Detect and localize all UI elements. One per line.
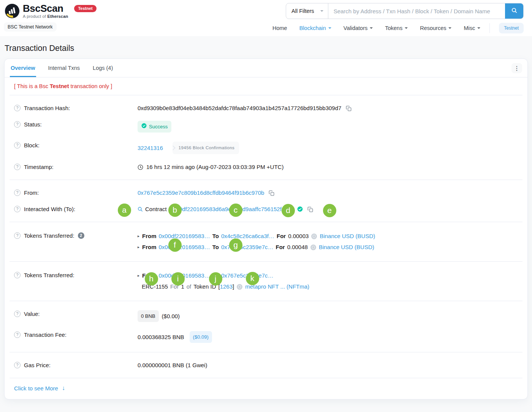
help-icon[interactable]: ? (14, 232, 21, 239)
row-interacted-with: ? Interacted With (To): Contract 0x00df2… (14, 201, 518, 217)
status-badge: Success (138, 121, 171, 133)
nft-transfer-detail: ERC-1155 For 1 of Token ID [ 1263 ] (138, 283, 518, 291)
row-label-text: Status: (24, 121, 42, 128)
row-label-text: Transaction Hash: (24, 104, 70, 112)
main-content: Transaction Details Overview Internal Tx… (0, 36, 532, 399)
nav-testnet-button[interactable]: Testnet (499, 23, 524, 33)
nav-blockchain[interactable]: Blockchain (299, 25, 331, 31)
row-block: ? Block: 32241316 19456 Block Confirmati… (14, 137, 518, 159)
check-circle-icon (141, 123, 147, 130)
chevron-down-icon (320, 10, 323, 13)
fee-value: 0.000368325 BNB (138, 333, 184, 341)
row-status: ? Status: Success (14, 116, 518, 137)
chevron-down-icon (328, 27, 331, 30)
triangle-right-icon[interactable]: ▸ (138, 243, 139, 251)
row-transaction-hash: ? Transaction Hash: 0xd9309b0e83df04eb34… (14, 100, 518, 116)
brand-logo[interactable]: BscScan A product of Etherscan Testnet (5, 3, 97, 20)
verified-check-icon (297, 206, 303, 212)
kebab-menu-button[interactable]: ⋮ (511, 63, 522, 73)
token-logo-icon (311, 234, 317, 239)
timestamp-value: 16 hrs 12 mins ago (Aug-07-2023 03:03:39… (146, 163, 283, 170)
nft-transfer-row: ▸ From 0x00df220169583… To 0x767e5c2359e… (138, 272, 518, 280)
nav-misc[interactable]: Misc (464, 25, 480, 31)
row-transaction-fee: ? Transaction Fee: 0.000368325 BNB ($0.0… (14, 327, 518, 347)
value-bnb-badge: 0 BNB (138, 310, 159, 322)
nav-resources[interactable]: Resources (420, 25, 451, 31)
transfer-to-link[interactable]: 0x767e5c2359e7c… (221, 272, 274, 280)
row-timestamp: ? Timestamp: 16 hrs 12 mins ago (Aug-07-… (14, 159, 518, 175)
help-icon[interactable]: ? (14, 331, 21, 338)
row-gas-price: ? Gas Price: 0.000000001 BNB (1 Gwei) (14, 357, 518, 373)
nav-divider (489, 23, 490, 33)
brand-tagline: A product of Etherscan (23, 14, 68, 19)
chevron-down-icon (477, 27, 480, 30)
row-label-text: Block: (24, 142, 40, 149)
brand-name: BscScan (23, 3, 63, 14)
transfer-from-link[interactable]: 0x00df220169583… (159, 243, 210, 251)
search-button[interactable] (505, 3, 523, 19)
nft-token-name-link[interactable]: metapro NFT ... (NFTma) (245, 283, 309, 291)
chevron-down-icon (448, 27, 451, 30)
token-id-link[interactable]: 1263 (220, 283, 233, 291)
transfer-to-link[interactable]: 0x767e5c2359e7c… (221, 243, 274, 251)
token-name-link[interactable]: Binance USD (BUSD) (320, 232, 375, 240)
search-filter-select[interactable]: All Filters (286, 3, 328, 19)
help-icon[interactable]: ? (14, 272, 21, 278)
help-icon[interactable]: ? (14, 362, 21, 368)
contract-address-link[interactable]: 0x00df220169583d6a9eabf0d9aaffc756152fa9… (170, 205, 294, 213)
help-icon[interactable]: ? (14, 189, 21, 196)
click-to-see-more-link[interactable]: Click to see More ↓ (10, 378, 522, 399)
block-number-link[interactable]: 32241316 (138, 144, 163, 152)
transfer-to-link[interactable]: 0x4c58c26ca6ca3f… (221, 232, 274, 240)
from-address-link[interactable]: 0x767e5c2359e7c809b16d8cffdb9464f91b6c97… (138, 189, 264, 196)
site-header: BscScan A product of Etherscan Testnet B… (0, 0, 532, 36)
copy-icon[interactable] (269, 190, 274, 196)
chevron-down-icon (405, 27, 408, 30)
contract-word: Contract (145, 205, 167, 213)
copy-icon[interactable] (307, 207, 313, 212)
chevron-down-icon (370, 27, 373, 30)
token-logo-icon (310, 245, 316, 250)
nav-tokens[interactable]: Tokens (385, 25, 408, 31)
transaction-card: Overview Internal Txns Logs (4) ⋮ [ This… (4, 58, 528, 399)
transfer-from-link[interactable]: 0x00df220169583… (159, 272, 210, 280)
transfer-from-link[interactable]: 0x00df220169583… (159, 232, 210, 240)
transaction-hash-value: 0xd9309b0e83df04eb3484b52dafdc78faab7490… (138, 104, 341, 112)
help-icon[interactable]: ? (14, 105, 21, 111)
row-label-text: From: (24, 189, 39, 196)
help-icon[interactable]: ? (14, 121, 21, 128)
arrow-down-icon: ↓ (62, 385, 65, 391)
nav-validators[interactable]: Validators (344, 25, 373, 31)
token-logo-icon (237, 284, 242, 290)
row-label-text: Timestamp: (24, 163, 54, 170)
search-input[interactable] (328, 3, 505, 19)
magnifier-icon[interactable] (138, 207, 143, 212)
tab-overview[interactable]: Overview (10, 59, 36, 77)
triangle-right-icon[interactable]: ▸ (138, 272, 139, 280)
top-navigation: Home Blockchain Validators Tokens Resour… (272, 23, 524, 33)
help-icon[interactable]: ? (14, 164, 21, 170)
brand-testnet-badge: Testnet (74, 5, 96, 12)
clock-icon (138, 164, 143, 170)
row-label-text: Tokens Transferred: (24, 272, 74, 279)
token-name-link[interactable]: Binance USD (BUSD) (319, 243, 374, 251)
copy-icon[interactable] (346, 106, 352, 111)
gas-price-value: 0.000000001 BNB (1 Gwei) (138, 361, 207, 369)
tab-internal-txns[interactable]: Internal Txns (48, 59, 81, 77)
token-transfer-row: ▸ From 0x00df220169583… To 0x4c58c26ca6c… (138, 232, 518, 240)
row-label-text: Interacted With (To): (24, 205, 75, 213)
nft-quantity: 1 (181, 283, 184, 291)
fee-usd-badge: ($0.09) (190, 331, 212, 343)
triangle-right-icon[interactable]: ▸ (138, 232, 139, 240)
value-usd: ($0.00) (162, 313, 180, 320)
row-label-text: Tokens Transferred: (24, 232, 74, 239)
help-icon[interactable]: ? (14, 311, 21, 317)
help-icon[interactable]: ? (14, 206, 21, 212)
nav-home[interactable]: Home (272, 25, 287, 31)
help-icon[interactable]: ? (14, 142, 21, 148)
tab-logs[interactable]: Logs (4) (92, 59, 114, 77)
transfer-amount: 0.00003 (288, 232, 309, 240)
search-icon (511, 7, 518, 15)
row-tokens-transferred-busd: ? Tokens Transferred: 2 ▸ From 0x00df220… (14, 227, 518, 257)
row-value: ? Value: 0 BNB ($0.00) (14, 306, 518, 327)
